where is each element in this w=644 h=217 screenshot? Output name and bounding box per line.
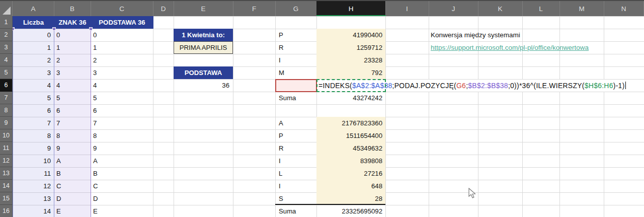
- column-header-K[interactable]: K: [478, 1, 523, 16]
- cell-G9[interactable]: A: [275, 117, 317, 129]
- cell-B14[interactable]: C: [54, 180, 91, 192]
- column-header-N[interactable]: N: [604, 1, 644, 16]
- cell-J2-note[interactable]: Konwersja między systemami: [429, 29, 520, 41]
- cell-C12[interactable]: A: [91, 155, 153, 167]
- cell-G10[interactable]: P: [275, 129, 317, 142]
- column-header-F[interactable]: F: [233, 1, 276, 16]
- cell-G2[interactable]: P: [275, 29, 317, 41]
- cell-G4[interactable]: I: [275, 54, 317, 66]
- cell-H5[interactable]: 792: [316, 66, 386, 79]
- cell-G5[interactable]: M: [275, 66, 317, 79]
- cell-H12[interactable]: 839808: [316, 155, 386, 167]
- cell-J3-hyperlink[interactable]: https://support.microsoft.com/pl-pl/offi…: [429, 41, 589, 54]
- cell-A14[interactable]: 12: [13, 180, 54, 192]
- cell-A15[interactable]: 13: [13, 192, 54, 205]
- cell-C7[interactable]: 5: [91, 92, 153, 104]
- column-header-G[interactable]: G: [275, 1, 317, 16]
- cell-A6[interactable]: 4: [13, 79, 54, 92]
- cell-B8[interactable]: 6: [54, 104, 91, 117]
- cell-H3[interactable]: 1259712: [316, 41, 386, 54]
- cell-B15[interactable]: D: [54, 192, 91, 205]
- cell-G13[interactable]: L: [275, 167, 317, 180]
- cell-H9[interactable]: 21767823360: [316, 117, 386, 129]
- cell-A3[interactable]: 1: [13, 41, 54, 54]
- cell-B6[interactable]: 4: [54, 79, 91, 92]
- row-header-2[interactable]: 2: [0, 29, 13, 41]
- cell-C15[interactable]: D: [91, 192, 153, 205]
- cell-A8[interactable]: 6: [13, 104, 54, 117]
- cell-B11[interactable]: 9: [54, 142, 91, 155]
- cell-A4[interactable]: 2: [13, 54, 54, 66]
- cell-C1-podstawa-header[interactable]: PODSTAWA 36: [91, 16, 153, 29]
- cell-C9[interactable]: 7: [91, 117, 153, 129]
- cell-G15[interactable]: S: [275, 192, 317, 205]
- row-header-16[interactable]: 16: [0, 205, 13, 217]
- row-header-10[interactable]: 10: [0, 129, 13, 142]
- row-header-3[interactable]: 3: [0, 41, 13, 54]
- cell-B4[interactable]: 2: [54, 54, 91, 66]
- cell-E6-base-value[interactable]: 36: [174, 79, 233, 92]
- column-header-I[interactable]: I: [385, 1, 429, 16]
- cell-B2[interactable]: 0: [54, 29, 91, 41]
- cell-H11[interactable]: 45349632: [316, 142, 386, 155]
- cell-H2[interactable]: 41990400: [316, 29, 386, 41]
- cell-B7[interactable]: 5: [54, 92, 91, 104]
- cell-C3[interactable]: 1: [91, 41, 153, 54]
- cell-E5-podstawa-label[interactable]: PODSTAWA: [174, 66, 233, 79]
- cell-B10[interactable]: 8: [54, 129, 91, 142]
- select-all-button[interactable]: [0, 1, 13, 16]
- row-header-14[interactable]: 14: [0, 180, 13, 192]
- cell-A12[interactable]: 10: [13, 155, 54, 167]
- column-header-D[interactable]: D: [153, 1, 174, 16]
- cell-B5[interactable]: 3: [54, 66, 91, 79]
- cell-B16[interactable]: E: [54, 205, 91, 217]
- cell-A2[interactable]: 0: [13, 29, 54, 41]
- cell-G16-suma-label[interactable]: Suma: [275, 205, 317, 217]
- cell-H4[interactable]: 23328: [316, 54, 386, 66]
- cell-E3-prima-aprilis[interactable]: PRIMA APRILIS: [174, 41, 233, 54]
- cell-C6[interactable]: 4: [91, 79, 153, 92]
- cell-C16[interactable]: E: [91, 205, 153, 217]
- row-header-4[interactable]: 4: [0, 54, 13, 66]
- cell-A16[interactable]: 14: [13, 205, 54, 217]
- cell-A5[interactable]: 3: [13, 66, 54, 79]
- cell-A1-liczba-header[interactable]: Liczba: [13, 16, 54, 29]
- cell-C13[interactable]: B: [91, 167, 153, 180]
- row-header-12[interactable]: 12: [0, 155, 13, 167]
- cell-G7-suma-label[interactable]: Suma: [275, 92, 317, 104]
- row-header-7[interactable]: 7: [0, 92, 13, 104]
- column-header-C[interactable]: C: [91, 1, 153, 16]
- column-header-L[interactable]: L: [522, 1, 560, 16]
- row-header-13[interactable]: 13: [0, 167, 13, 180]
- column-header-H[interactable]: H: [316, 1, 386, 16]
- cell-G14[interactable]: I: [275, 180, 317, 192]
- cell-H10[interactable]: 1511654400: [316, 129, 386, 142]
- formula-edit-box[interactable]: =INDEKS($A$2:$A$38;PODAJ.POZYCJĘ(G6;$B$2…: [317, 80, 641, 92]
- cell-G12[interactable]: I: [275, 155, 317, 167]
- cell-A9[interactable]: 7: [13, 117, 54, 129]
- cell-H14[interactable]: 648: [316, 180, 386, 192]
- cell-C5[interactable]: 3: [91, 66, 153, 79]
- cell-H13[interactable]: 27216: [316, 167, 386, 180]
- cell-A11[interactable]: 9: [13, 142, 54, 155]
- column-header-M[interactable]: M: [559, 1, 604, 16]
- cell-A10[interactable]: 8: [13, 129, 54, 142]
- row-header-6[interactable]: 6: [0, 79, 13, 92]
- row-header-15[interactable]: 15: [0, 192, 13, 205]
- cell-B12[interactable]: A: [54, 155, 91, 167]
- row-header-5[interactable]: 5: [0, 66, 13, 79]
- cell-B13[interactable]: B: [54, 167, 91, 180]
- cell-H7-suma-value[interactable]: 43274242: [316, 92, 386, 104]
- cell-G11[interactable]: R: [275, 142, 317, 155]
- cell-H15[interactable]: 28: [316, 192, 386, 205]
- row-header-1[interactable]: 1: [0, 16, 13, 29]
- cell-B3[interactable]: 1: [54, 41, 91, 54]
- cell-C4[interactable]: 2: [91, 54, 153, 66]
- cell-E2-kwietnia-label[interactable]: 1 Kwietnia to:: [174, 29, 233, 41]
- column-header-E[interactable]: E: [174, 1, 233, 16]
- cell-B1-znak-header[interactable]: ZNAK 36: [54, 16, 91, 29]
- column-header-J[interactable]: J: [429, 1, 478, 16]
- cell-C8[interactable]: 6: [91, 104, 153, 117]
- cell-A13[interactable]: 11: [13, 167, 54, 180]
- column-header-B[interactable]: B: [54, 1, 91, 16]
